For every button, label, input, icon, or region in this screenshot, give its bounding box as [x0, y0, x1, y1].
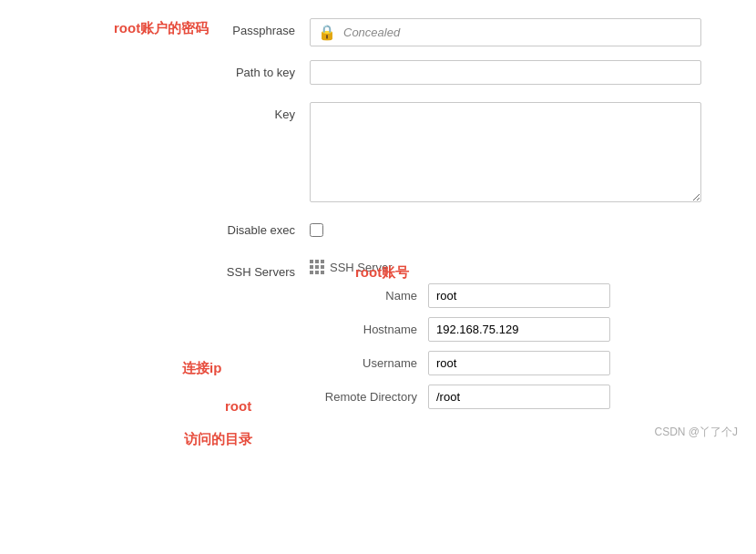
disable-exec-label: Disable exec: [0, 218, 310, 237]
path-to-key-input[interactable]: [310, 60, 701, 85]
path-to-key-row: Path to key: [0, 60, 756, 89]
passphrase-field[interactable]: 🔒 Concealed: [310, 18, 701, 46]
annotation-access-dir: 访问的目录: [184, 431, 252, 448]
form-container: Passphrase 🔒 Concealed root账户的密码 Path to…: [0, 0, 756, 449]
path-to-key-control: [310, 60, 756, 85]
watermark: CSDN @丫了个J: [654, 425, 738, 440]
ssh-name-input[interactable]: [428, 283, 610, 308]
ssh-username-label: Username: [310, 356, 428, 370]
annotation-root-user: root: [225, 398, 251, 414]
ssh-servers-row: SSH Servers SSH Server Name: [0, 260, 756, 418]
ssh-remote-dir-row: Remote Directory: [310, 385, 756, 409]
ssh-hostname-input[interactable]: [428, 317, 610, 342]
annotation-root-account: root账号: [355, 264, 409, 282]
ssh-remote-dir-input[interactable]: [428, 385, 610, 409]
ssh-name-label: Name: [310, 289, 428, 303]
ssh-hostname-row: Hostname: [310, 317, 756, 342]
ssh-servers-control: SSH Server Name Hostname Username Remote…: [310, 260, 756, 418]
annotation-connect-ip: 连接ip: [182, 360, 221, 377]
key-textarea[interactable]: [310, 102, 701, 202]
lock-icon: 🔒: [318, 24, 336, 41]
ssh-name-row: Name: [310, 283, 756, 308]
disable-exec-control: [310, 218, 756, 240]
disable-exec-checkbox[interactable]: [310, 223, 323, 237]
ssh-hostname-label: Hostname: [310, 323, 428, 336]
disable-exec-row: Disable exec: [0, 218, 756, 247]
ssh-username-row: Username: [310, 351, 756, 375]
ssh-remote-dir-label: Remote Directory: [310, 390, 428, 404]
passphrase-control: 🔒 Concealed: [310, 18, 756, 46]
annotation-passphrase: root账户的密码: [114, 20, 209, 37]
key-textarea-wrapper: [310, 102, 701, 205]
path-to-key-label: Path to key: [0, 60, 310, 79]
key-control: [310, 102, 756, 205]
key-row: Key: [0, 102, 756, 205]
key-label: Key: [0, 102, 310, 121]
concealed-value: Concealed: [343, 26, 400, 39]
ssh-servers-label: SSH Servers: [0, 260, 310, 279]
grid-icon: [310, 260, 324, 274]
ssh-username-input[interactable]: [428, 351, 610, 375]
